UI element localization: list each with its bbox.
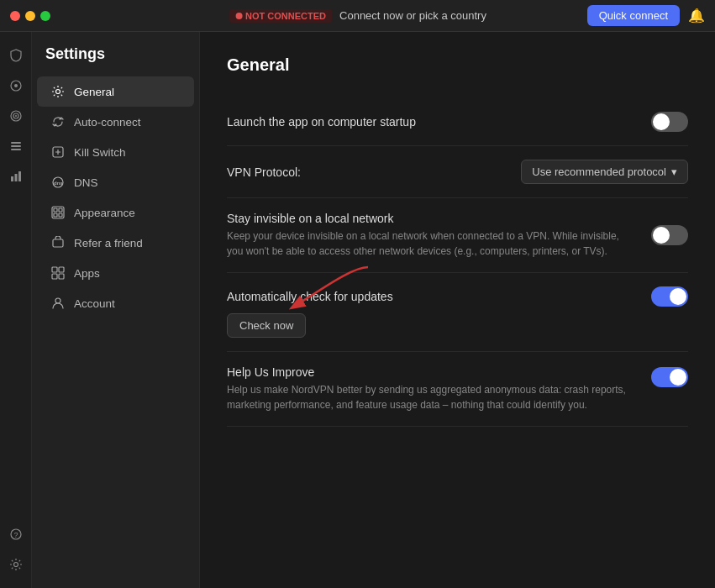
setting-row-startup: Launch the app on computer startup — [227, 98, 688, 146]
invisible-label: Stay invisible on a local network — [227, 212, 651, 225]
updates-label: Automatically check for updates — [227, 290, 393, 303]
setting-label-startup: Launch the app on computer startup — [227, 115, 651, 129]
sidebar-item-label-general: General — [74, 86, 114, 98]
nav-icon-shield[interactable] — [3, 42, 29, 69]
check-now-button[interactable]: Check now — [227, 313, 306, 338]
sidebar-item-label-refer: Refer a friend — [74, 237, 143, 249]
svg-rect-22 — [59, 213, 62, 217]
toggle-startup[interactable] — [651, 112, 688, 132]
setting-row-improve: Help Us Improve Help us make NordVPN bet… — [227, 352, 688, 427]
sidebar-item-refer[interactable]: Refer a friend — [37, 228, 194, 258]
svg-rect-6 — [11, 145, 21, 147]
invisible-description: Keep your device invisible on a local ne… — [227, 228, 630, 259]
appearance-icon — [50, 205, 66, 220]
svg-rect-25 — [59, 267, 64, 272]
toggle-updates[interactable] — [651, 286, 688, 307]
icon-bar-bottom: ? — [3, 521, 29, 578]
sidebar-item-label-kill-switch: Kill Switch — [74, 146, 126, 159]
vpn-protocol-label: VPN Protocol: — [227, 165, 301, 179]
svg-text:?: ? — [13, 531, 18, 539]
sidebar-item-appearance[interactable]: Appearance — [37, 197, 194, 228]
icon-bar: ? — [0, 32, 32, 588]
general-icon — [50, 84, 66, 99]
svg-rect-21 — [54, 213, 57, 217]
sidebar-item-label-apps: Apps — [74, 267, 100, 280]
svg-point-28 — [55, 298, 60, 303]
svg-rect-7 — [11, 149, 21, 150]
toggle-invisible[interactable] — [651, 225, 688, 245]
setting-left-improve: Help Us Improve Help us make NordVPN bet… — [227, 365, 638, 412]
sidebar-title: Settings — [32, 45, 199, 76]
sidebar-item-general[interactable]: General — [37, 76, 194, 107]
svg-point-14 — [56, 90, 60, 94]
toggle-knob-startup — [653, 113, 670, 130]
svg-rect-8 — [11, 176, 13, 181]
svg-rect-9 — [14, 174, 17, 181]
toggle-knob-improve — [670, 369, 686, 386]
sidebar-item-auto-connect[interactable]: Auto-connect — [37, 107, 194, 137]
svg-point-1 — [14, 84, 18, 87]
page-title: General — [227, 55, 688, 75]
svg-point-4 — [15, 115, 17, 117]
autoconnect-icon — [50, 114, 66, 129]
main-layout: ? Settings General Auto-connect Kill — [0, 32, 715, 588]
chevron-down-icon: ▾ — [671, 165, 677, 178]
svg-text:dns: dns — [54, 181, 63, 186]
dns-icon: dns — [50, 175, 66, 190]
sidebar-item-kill-switch[interactable]: Kill Switch — [37, 137, 194, 167]
status-dot — [235, 13, 242, 19]
sidebar-item-label-dns: DNS — [74, 176, 98, 189]
quick-connect-button[interactable]: Quick connect — [587, 5, 680, 26]
account-icon — [50, 296, 66, 311]
content-area: General Launch the app on computer start… — [200, 32, 715, 588]
sidebar-item-account[interactable]: Account — [37, 288, 194, 318]
nav-icon-settings[interactable] — [3, 551, 29, 578]
killswitch-icon — [50, 144, 66, 160]
minimize-button[interactable] — [25, 11, 35, 21]
svg-rect-19 — [54, 208, 57, 212]
svg-rect-10 — [18, 171, 21, 181]
nav-icon-help[interactable]: ? — [3, 521, 29, 548]
sidebar-item-apps[interactable]: Apps — [37, 258, 194, 288]
sidebar-item-label-appearance: Appearance — [74, 207, 135, 219]
nav-icon-layers[interactable] — [3, 133, 29, 160]
maximize-button[interactable] — [40, 11, 50, 21]
not-connected-label: NOT CONNECTED — [245, 11, 326, 21]
setting-row-vpn-protocol: VPN Protocol: Use recommended protocol ▾ — [227, 146, 688, 198]
toggle-improve[interactable] — [651, 367, 688, 387]
setting-row-updates: Automatically check for updates Check no… — [227, 273, 688, 352]
svg-rect-24 — [52, 267, 57, 272]
protocol-value: Use recommended protocol — [532, 165, 666, 178]
setting-left-invisible: Stay invisible on a local network Keep y… — [227, 212, 651, 259]
bell-icon[interactable]: 🔔 — [688, 8, 705, 24]
connection-status-badge: NOT CONNECTED — [229, 9, 333, 23]
traffic-lights — [10, 11, 50, 21]
titlebar-center: NOT CONNECTED Connect now or pick a coun… — [229, 9, 486, 23]
improve-label: Help Us Improve — [227, 365, 638, 379]
svg-rect-26 — [52, 274, 57, 279]
nav-icon-vpn[interactable] — [3, 72, 29, 99]
nav-icon-chart[interactable] — [3, 163, 29, 190]
sidebar-item-label-auto-connect: Auto-connect — [74, 116, 141, 129]
titlebar-right: Quick connect 🔔 — [587, 5, 705, 26]
sidebar-item-label-account: Account — [74, 297, 115, 310]
svg-rect-5 — [11, 142, 21, 144]
close-button[interactable] — [10, 11, 20, 21]
improve-description: Help us make NordVPN better by sending u… — [227, 382, 630, 412]
svg-rect-20 — [59, 208, 62, 212]
vpn-protocol-select[interactable]: Use recommended protocol ▾ — [521, 160, 688, 184]
setting-row-invisible: Stay invisible on a local network Keep y… — [227, 198, 688, 273]
titlebar: NOT CONNECTED Connect now or pick a coun… — [0, 0, 715, 32]
svg-point-13 — [13, 563, 18, 567]
nav-icon-target[interactable] — [3, 102, 29, 129]
toggle-knob-updates — [670, 288, 686, 305]
svg-rect-23 — [53, 239, 63, 247]
window-controls — [10, 11, 50, 21]
sidebar-item-dns[interactable]: dns DNS — [37, 167, 194, 197]
apps-icon — [50, 265, 66, 281]
sidebar: Settings General Auto-connect Kill Switc… — [32, 32, 200, 588]
titlebar-center-text: Connect now or pick a country — [339, 9, 486, 22]
refer-icon — [50, 235, 66, 250]
updates-row-top: Automatically check for updates — [227, 286, 688, 307]
toggle-knob-invisible — [653, 227, 670, 244]
